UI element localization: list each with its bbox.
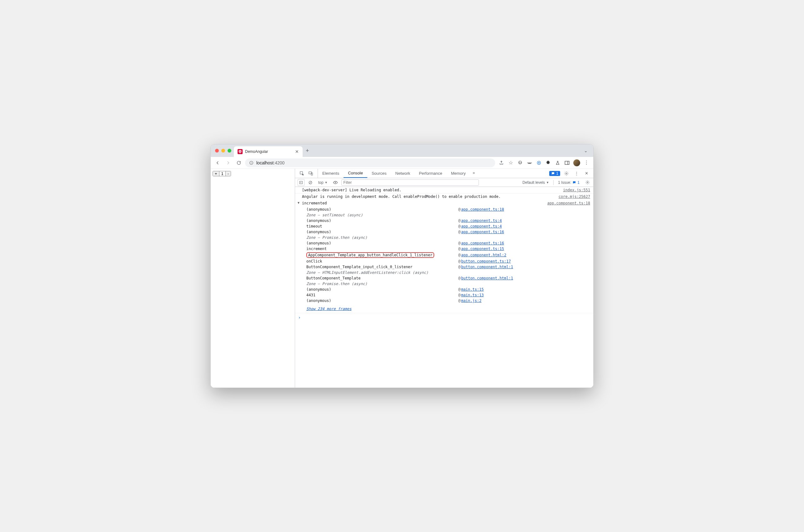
clear-console-icon[interactable] — [307, 179, 314, 186]
log-row: [webpack-dev-server] Live Reloading enab… — [295, 187, 593, 193]
stack-at: @ — [458, 224, 461, 228]
counter-widget: + 1 - — [213, 171, 231, 176]
log-source-link[interactable]: index.js:551 — [563, 188, 590, 192]
reload-button[interactable] — [234, 158, 243, 167]
stack-at: @ — [458, 253, 461, 257]
issues-indicator[interactable]: 1 Issue: 1 — [556, 180, 581, 185]
stack-source-link[interactable]: app.component.ts:16 — [461, 230, 504, 234]
log-source-link[interactable]: core.mjs:25627 — [559, 194, 590, 199]
console-filter-input[interactable] — [344, 180, 477, 185]
svg-point-13 — [566, 173, 567, 174]
trace-header[interactable]: ▼ incremented app.component.ts:18 — [302, 200, 593, 207]
messages-badge[interactable]: 1 — [549, 171, 560, 176]
address-bar: localhost:4200 ☆ ⋮ — [211, 157, 593, 169]
stack-function: ButtonComponent_Template — [306, 276, 458, 280]
stack-source-link[interactable]: button.component.ts:17 — [461, 259, 511, 264]
stack-function: timeout — [306, 224, 458, 228]
tabs-more-icon[interactable]: » — [470, 169, 478, 176]
new-tab-button[interactable]: + — [306, 148, 309, 154]
browser-window: DemoAngular ✕ + ⌄ localhost:4200 ☆ — [210, 144, 594, 388]
stack-source-link[interactable]: app.component.ts:18 — [461, 207, 504, 212]
tab-network[interactable]: Network — [391, 169, 415, 178]
labs-flask-icon[interactable] — [555, 160, 561, 166]
stack-trace: (anonymous)@ app.component.ts:18Zone — s… — [302, 207, 593, 305]
trace-group: ▼ incremented app.component.ts:18 (anony… — [295, 200, 593, 313]
trace-source-link[interactable]: app.component.ts:18 — [547, 201, 590, 205]
live-expression-icon[interactable] — [332, 179, 339, 186]
url-host: localhost:4200 — [256, 160, 285, 165]
stack-at: @ — [458, 247, 461, 251]
inspect-element-icon[interactable] — [298, 170, 306, 177]
device-toggle-icon[interactable] — [307, 170, 314, 177]
stack-frame: 4431@ main.ts:13 — [306, 292, 590, 298]
log-levels-dropdown[interactable]: Default levels ▼ — [520, 180, 551, 185]
bookmark-icon[interactable]: ☆ — [508, 160, 514, 166]
stack-source-link[interactable]: app.component.ts:4 — [461, 224, 502, 228]
maximize-window-button[interactable] — [228, 149, 231, 153]
url-field[interactable]: localhost:4200 — [245, 158, 495, 167]
caret-down-icon[interactable]: ▼ — [298, 201, 302, 205]
decrement-button[interactable]: - — [226, 171, 231, 176]
svg-point-3 — [519, 161, 521, 164]
stack-frame: (anonymous)@ main.js:2 — [306, 298, 590, 304]
forward-button[interactable] — [224, 158, 233, 167]
stack-frame: Zone — Promise.then (async) — [306, 281, 590, 287]
stack-frame: Zone — HTMLInputElement.addEventListener… — [306, 270, 590, 276]
profile-avatar[interactable] — [573, 159, 580, 166]
traffic-lights — [214, 149, 234, 153]
extensions-puzzle-icon[interactable] — [545, 160, 551, 166]
stack-at: @ — [458, 207, 461, 212]
page-pane: + 1 - — [211, 169, 295, 387]
browser-menu-icon[interactable]: ⋮ — [583, 160, 590, 166]
console-filter[interactable] — [341, 179, 479, 186]
stack-source-link[interactable]: main.js:2 — [461, 299, 481, 303]
increment-button[interactable]: + — [213, 171, 219, 176]
devtools-close-icon[interactable]: ✕ — [583, 170, 590, 177]
stack-source-link[interactable]: button.component.html:1 — [461, 265, 513, 269]
stack-source-link[interactable]: button.component.html:1 — [461, 276, 513, 280]
extension-skull-icon[interactable] — [517, 160, 523, 166]
stack-frame: ButtonComponent_Template@ button.compone… — [306, 276, 590, 281]
show-more-frames[interactable]: Show 234 more frames — [302, 305, 593, 313]
extension-incognito-icon[interactable] — [527, 160, 533, 166]
stack-source-link[interactable]: app.component.ts:4 — [461, 218, 502, 223]
extension-eye-icon[interactable] — [536, 160, 542, 166]
tab-close-icon[interactable]: ✕ — [295, 149, 299, 154]
execution-context[interactable]: top ▼ — [317, 180, 329, 185]
minimize-window-button[interactable] — [221, 149, 225, 153]
console-sidebar-toggle-icon[interactable] — [298, 179, 305, 186]
tab-sources[interactable]: Sources — [367, 169, 391, 178]
tabs-overflow-button[interactable]: ⌄ — [584, 148, 590, 153]
close-window-button[interactable] — [215, 149, 219, 153]
stack-at: @ — [458, 287, 461, 292]
stack-at: @ — [458, 265, 461, 269]
back-button[interactable] — [213, 158, 222, 167]
stack-source-link[interactable]: app.component.ts:16 — [461, 241, 504, 245]
side-panel-icon[interactable] — [564, 160, 570, 166]
stack-function: 4431 — [306, 293, 458, 297]
browser-tab[interactable]: DemoAngular ✕ — [234, 146, 303, 157]
tab-elements[interactable]: Elements — [318, 169, 344, 178]
stack-source-link[interactable]: main.ts:13 — [461, 293, 484, 297]
devtools-menu-icon[interactable]: ⋮ — [573, 170, 580, 177]
site-info-icon[interactable] — [249, 160, 254, 165]
tab-console[interactable]: Console — [344, 169, 367, 178]
stack-function: AppComponent_Template_app_button_handleC… — [306, 252, 458, 258]
log-message: Angular is running in development mode. … — [302, 194, 559, 199]
tab-memory[interactable]: Memory — [447, 169, 470, 178]
svg-point-18 — [335, 182, 336, 183]
console-prompt[interactable]: › — [295, 313, 593, 322]
stack-source-link[interactable]: main.ts:15 — [461, 287, 484, 292]
stack-at: @ — [458, 241, 461, 245]
svg-marker-15 — [301, 182, 302, 183]
tab-performance[interactable]: Performance — [415, 169, 446, 178]
stack-source-link[interactable]: app.component.ts:15 — [461, 247, 504, 251]
console-settings-icon[interactable] — [584, 179, 591, 186]
stack-frame: (anonymous)@ app.component.ts:18 — [306, 207, 590, 212]
stack-at: @ — [458, 299, 461, 303]
stack-source-link[interactable]: app.component.html:2 — [461, 253, 506, 257]
devtools-settings-icon[interactable] — [563, 170, 570, 177]
share-icon[interactable] — [498, 160, 504, 166]
stack-function: increment — [306, 247, 458, 251]
stack-frame: timeout@ app.component.ts:4 — [306, 224, 590, 229]
